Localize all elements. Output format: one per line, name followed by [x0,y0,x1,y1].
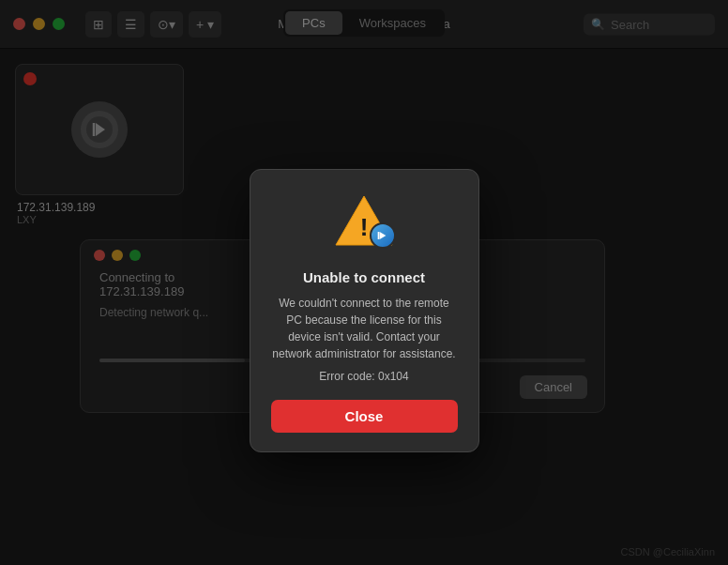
rdp-badge [370,222,396,249]
dialog-icon: ! [332,192,396,256]
svg-text:!: ! [360,213,369,241]
dialog-overlay: ! Unable to connect We couldn't connect … [0,0,728,565]
error-dialog: ! Unable to connect We couldn't connect … [250,169,479,452]
error-code: Error code: 0x104 [319,370,408,383]
dialog-message: We couldn't connect to the remote PC bec… [271,295,458,362]
close-dialog-button[interactable]: Close [271,400,458,433]
dialog-title: Unable to connect [303,269,425,285]
